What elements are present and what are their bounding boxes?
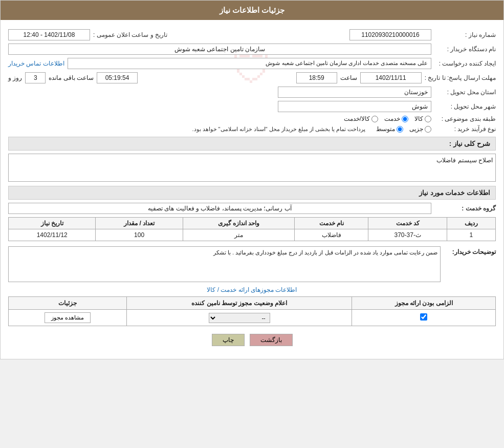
service-cell-row: 1 — [447, 229, 495, 241]
col-unit: واحد اندازه گیری — [183, 218, 294, 229]
service-cell-name: فاضلاب — [294, 229, 368, 241]
announce-datetime-value: 1402/11/08 - 12:40 — [8, 29, 90, 40]
need-number-value: 11020930210000016 — [349, 29, 431, 40]
service-table: ردیف کد خدمت نام خدمت واحد اندازه گیری ت… — [8, 217, 496, 241]
radio-jozi-label: جزیی — [409, 125, 423, 133]
need-number-label: شماره نیاز : — [434, 31, 496, 38]
category-radio-group: کالا خدمت کالا/خدمت — [344, 115, 431, 122]
bottom-buttons: بازگشت چاپ — [8, 326, 496, 354]
radio-motevaset-label: متوسط — [376, 125, 395, 133]
permits-section-title: اطلاعات مجوزهای ارائه خدمت / کالا — [8, 286, 496, 293]
service-group-label: گروه خدمت : — [434, 205, 496, 212]
service-cell-qty: 100 — [96, 229, 183, 241]
permits-row: -- مشاهده مجوز — [9, 310, 496, 326]
service-cell-code: ث-37-370 — [368, 229, 447, 241]
requester-contact-link[interactable]: اطلاعات تماس خریدار — [8, 60, 64, 67]
permits-details-cell: مشاهده مجوز — [9, 310, 127, 326]
service-section-title: اطلاعات خدمات مورد نیاز — [8, 186, 496, 200]
remaining-day-value: 3 — [25, 72, 46, 83]
deadline-time: 18:59 — [296, 72, 337, 83]
announce-datetime-label: تاریخ و ساعت اعلان عمومی : — [93, 31, 167, 38]
radio-khedmat-label: خدمت — [384, 115, 400, 122]
permits-col-status: اعلام وضعیت مجوز توسط نامین کننده — [127, 297, 352, 310]
remaining-day-label: روز و — [8, 74, 22, 81]
city-label: شهر محل تحویل : — [434, 103, 496, 110]
service-table-row: 1ث-37-370فاضلابمتر1001402/11/12 — [9, 229, 496, 241]
radio-kala-label: کالا — [414, 115, 423, 122]
permits-col-details: جزئیات — [9, 297, 127, 310]
purchase-type-note: پرداخت تمام یا بخشی از مبلغ خریداز محل "… — [192, 126, 365, 133]
requester-label: ایجاد کننده درخواست : — [434, 60, 496, 67]
col-code: کد خدمت — [368, 218, 447, 229]
radio-kala[interactable] — [425, 116, 431, 122]
radio-kala-khedmat-label: کالا/خدمت — [344, 115, 370, 122]
col-date: تاریخ نیاز — [9, 218, 96, 229]
category-option-kala[interactable]: کالا — [414, 115, 431, 122]
service-group-value: آب رسانی؛ مدیریت پسماند، فاضلاب و فعالیت… — [8, 203, 431, 214]
province-label: استان محل تحویل : — [434, 89, 496, 96]
category-label: طبقه بندی موضوعی : — [434, 115, 496, 122]
permits-table: الزامی بودن ارائه مجوز اعلام وضعیت مجوز … — [8, 296, 496, 326]
need-desc-value: اصلاح سیستم فاضلاب — [8, 154, 496, 182]
requester-value: علی مسخنه متصدی خدمات اداری سازمان تامین… — [68, 58, 431, 69]
permits-required-checkbox[interactable] — [420, 313, 427, 321]
permits-col-required: الزامی بودن ارائه مجوز — [352, 297, 496, 310]
view-permit-button[interactable]: مشاهده مجوز — [45, 312, 91, 323]
remaining-time-value: 05:19:54 — [97, 72, 138, 83]
buyer-name-value: سازمان تامین اجتماعی شعبه شوش — [8, 44, 431, 55]
remaining-time-label: ساعت باقی مانده — [49, 74, 94, 81]
col-name: نام خدمت — [294, 218, 368, 229]
city-value: شوش — [278, 101, 431, 112]
col-row: ردیف — [447, 218, 495, 229]
deadline-label: مهلت ارسال پاسخ: تا تاریخ : — [425, 74, 496, 81]
purchase-type-jozi[interactable]: جزیی — [409, 125, 431, 133]
permits-status-select[interactable]: -- — [209, 313, 270, 323]
deadline-date: 1402/11/11 — [360, 72, 422, 83]
category-option-kala-khedmat[interactable]: کالا/خدمت — [344, 115, 378, 122]
deadline-time-label: ساعت — [340, 74, 357, 81]
need-desc-section-title: شرح کلی نیاز : — [8, 137, 496, 151]
purchase-type-radio-group: جزیی متوسط — [376, 125, 431, 133]
radio-jozi[interactable] — [425, 126, 431, 133]
purchase-type-label: نوع فرآیند خرید : — [434, 125, 496, 133]
radio-kala-khedmat[interactable] — [371, 116, 378, 122]
permits-required-cell — [352, 310, 496, 326]
permits-status-cell: -- — [127, 310, 352, 326]
back-button[interactable]: بازگشت — [250, 334, 293, 346]
service-cell-date: 1402/11/12 — [9, 229, 96, 241]
category-option-khedmat[interactable]: خدمت — [384, 115, 408, 122]
col-qty: تعداد / مقدار — [96, 218, 183, 229]
purchase-type-motevaset[interactable]: متوسط — [376, 125, 403, 133]
buyer-desc-label: توضیحات خریدار: — [445, 246, 496, 255]
radio-khedmat[interactable] — [402, 116, 408, 122]
province-value: خوزستان — [278, 87, 431, 98]
radio-motevaset[interactable] — [397, 126, 403, 133]
buyer-name-label: نام دستگاه خریدار : — [434, 46, 496, 53]
print-button[interactable]: چاپ — [212, 334, 245, 346]
service-cell-unit: متر — [183, 229, 294, 241]
page-title: جزئیات اطلاعات نیاز — [1, 1, 503, 20]
buyer-desc-value: ضمن رعایت تمامی موارد یاد شده در الزامات… — [8, 246, 441, 282]
